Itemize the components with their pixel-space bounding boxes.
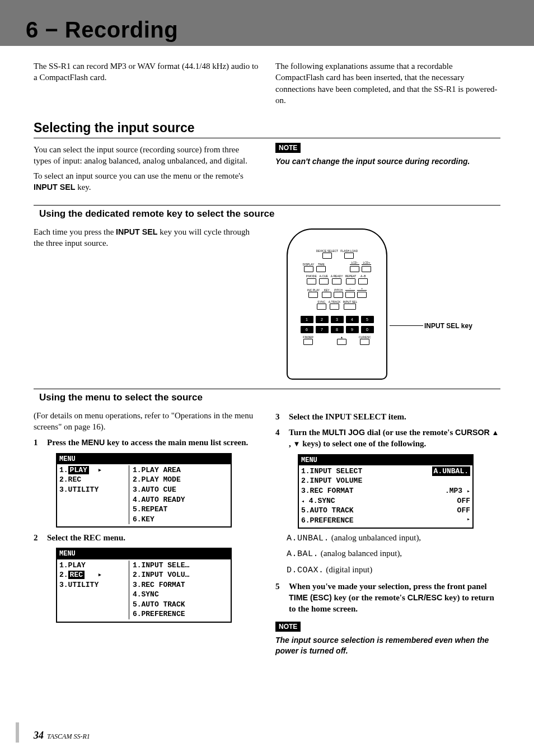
chapter-header: 6 − Recording (0, 0, 534, 46)
sub1-p1: Each time you press the INPUT SEL key yo… (34, 226, 259, 249)
option-3: D.COAX. (digital input) (287, 564, 500, 576)
section1-body: You can select the input source (recordi… (34, 141, 500, 196)
section1-p2: To select an input source you can use th… (34, 170, 259, 193)
note-text: You can't change the input source during… (275, 156, 500, 167)
sub2-intro: (For details on menu operations, refer t… (34, 410, 259, 433)
step-3: 3 Select the INPUT SELECT item. (275, 411, 500, 422)
option-1: A.UNBAL. (analog unbalanced input), (287, 532, 500, 544)
page-footer: 34 TASCAM SS-R1 (0, 730, 534, 741)
menu-screen-2: MENU 1.PLAY 2.REC ▸ 3.UTILITY 1.INPUT SE… (56, 548, 232, 622)
chapter-title: 6 − Recording (26, 17, 178, 43)
cursor-up-icon: ▲ (492, 428, 499, 437)
note-label: NOTE (275, 143, 301, 153)
remote-illustration: DEVICE SELECT FLASH LOAD DISPLAY TIME LC… (287, 228, 499, 380)
note-text-2: The input source selection is remembered… (275, 635, 500, 656)
menu-screen-1: MENU 1.PLAY1.PLAY ▸ 2.REC 3.UTILITY 1.PL… (56, 453, 232, 528)
subsection-dedicated-remote-key: Using the dedicated remote key to select… (34, 205, 500, 221)
callout-line (390, 325, 423, 326)
step-2: 2 Select the REC menu. (34, 532, 259, 543)
page-content: The SS-R1 can record MP3 or WAV format (… (0, 46, 534, 662)
footer-model: TASCAM SS-R1 (47, 732, 90, 741)
sub1-body: Each time you press the INPUT SEL key yo… (34, 223, 500, 380)
section1-p1: You can select the input source (recordi… (34, 144, 259, 167)
step-5: 5 When you've made your selection, press… (275, 581, 500, 615)
callout-input-sel-key: INPUT SEL key (424, 321, 472, 330)
section-selecting-input-source: Selecting the input source (34, 119, 500, 138)
step-1: 1 Press the MENU key to access the main … (34, 437, 259, 448)
menu-screen-3: MENU 1.INPUT SELECTA.UNBAL. 2.INPUT VOLU… (298, 454, 474, 529)
sub2-body: (For details on menu operations, refer t… (34, 407, 500, 662)
input-sel-remote-key: INPUT SEL (343, 301, 357, 310)
remote-body: DEVICE SELECT FLASH LOAD DISPLAY TIME LC… (287, 228, 387, 380)
subsection-using-menu: Using the menu to select the source (34, 389, 500, 404)
cursor-down-icon: ▼ (293, 440, 301, 448)
page-number: 34 (34, 730, 44, 741)
intro-block: The SS-R1 can record MP3 or WAV format (… (34, 57, 500, 109)
intro-left: The SS-R1 can record MP3 or WAV format (… (34, 60, 259, 83)
intro-right: The following explanations assume that a… (275, 60, 500, 106)
option-2: A.BAL. (analog balanced input), (287, 548, 500, 560)
note-label-2: NOTE (275, 622, 301, 632)
input-sel-key-label: INPUT SEL (34, 183, 75, 192)
input-sel-key-label-2: INPUT SEL (116, 227, 157, 236)
step-4: 4 Turn the MULTI JOG dial (or use the re… (275, 427, 500, 450)
